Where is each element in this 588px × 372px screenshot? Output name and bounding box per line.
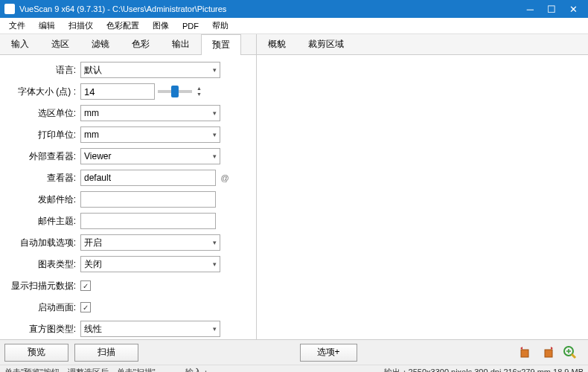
left-pane: 输入选区滤镜色彩输出预置 语言: 默认▾ 字体大小 (点) : ▲▼ 选区单位:	[0, 34, 257, 339]
autoload-dropdown[interactable]: 开启▾	[80, 234, 220, 251]
menubar: 文件编辑扫描仪色彩配置图像PDF帮助	[0, 18, 588, 34]
tab-滤镜[interactable]: 滤镜	[80, 33, 121, 54]
titlebar: VueScan 9 x64 (9.7.31) - C:\Users\Admini…	[0, 0, 588, 18]
rotate-left-icon[interactable]	[518, 345, 533, 360]
slider-thumb[interactable]	[171, 86, 179, 97]
scanmeta-label: 显示扫描元数据:	[3, 280, 80, 292]
svg-rect-0	[521, 350, 528, 357]
right-pane: 概貌裁剪区域	[257, 34, 588, 339]
menu-item[interactable]: 扫描仪	[63, 19, 99, 33]
chevron-down-icon: ▾	[213, 325, 217, 333]
mailsubject-input[interactable]	[80, 213, 216, 229]
language-dropdown[interactable]: 默认▾	[80, 62, 220, 78]
extviewer-label: 外部查看器:	[3, 150, 80, 163]
histtype-dropdown[interactable]: 线性▾	[80, 321, 220, 337]
fontsize-label: 字体大小 (点) :	[3, 86, 80, 98]
chevron-down-icon: ▾	[213, 153, 217, 160]
charttype-dropdown[interactable]: 关闭▾	[80, 256, 220, 272]
autoload-label: 自动加载选项:	[3, 237, 80, 249]
options-button[interactable]: 选项+	[300, 344, 357, 362]
tab-概貌[interactable]: 概貌	[257, 33, 297, 54]
maximize-button[interactable]: ☐	[547, 4, 556, 15]
status-input-label: 输入：	[185, 367, 210, 372]
mailsubject-label: 邮件主题:	[3, 215, 80, 228]
rotate-right-icon[interactable]	[540, 345, 555, 360]
quadunit-dropdown[interactable]: mm▾	[80, 105, 220, 121]
svg-rect-1	[545, 350, 552, 357]
fontsize-input[interactable]	[80, 83, 155, 100]
statusbar: 单击"预览"按钮，调整选区后，单击"扫描" 输入： 输出：2550x3300 p…	[0, 365, 588, 372]
settings-form: 语言: 默认▾ 字体大小 (点) : ▲▼ 选区单位: mm▾ 打印单位:	[0, 55, 256, 339]
chevron-down-icon: ▾	[213, 66, 217, 74]
status-hint: 单击"预览"按钮，调整选区后，单击"扫描"	[4, 367, 156, 372]
tab-输入[interactable]: 输入	[0, 33, 40, 54]
printunit-label: 打印单位:	[3, 129, 80, 141]
quadunit-label: 选区单位:	[3, 107, 80, 120]
preview-button[interactable]: 预览	[4, 344, 68, 362]
chevron-down-icon: ▾	[213, 260, 217, 268]
close-button[interactable]: ✕	[569, 4, 578, 15]
app-icon	[4, 4, 15, 14]
bottom-bar: 预览 扫描 选项+	[0, 339, 588, 365]
minimize-button[interactable]: ─	[527, 4, 534, 15]
chevron-down-icon: ▾	[213, 239, 217, 246]
tab-裁剪区域[interactable]: 裁剪区域	[297, 33, 355, 54]
tab-色彩[interactable]: 色彩	[121, 33, 161, 54]
preview-area	[257, 55, 588, 339]
mailto-input[interactable]	[80, 191, 216, 208]
window-controls: ─ ☐ ✕	[527, 4, 584, 15]
mailto-label: 发邮件给:	[3, 193, 80, 206]
left-tabs: 输入选区滤镜色彩输出预置	[0, 34, 256, 55]
splash-label: 启动画面:	[3, 301, 80, 314]
tab-选区[interactable]: 选区	[40, 33, 80, 54]
scanmeta-checkbox[interactable]: ✓	[80, 280, 91, 291]
viewer-input[interactable]	[80, 170, 216, 186]
viewer-label: 查看器:	[3, 172, 80, 185]
right-tabs: 概貌裁剪区域	[257, 34, 588, 55]
histtype-label: 直方图类型:	[3, 323, 80, 336]
zoom-icon[interactable]	[563, 345, 578, 360]
fontsize-slider[interactable]	[158, 90, 192, 93]
browse-icon[interactable]: @	[219, 172, 231, 184]
svg-line-3	[572, 354, 575, 358]
menu-item[interactable]: 帮助	[206, 19, 234, 33]
menu-item[interactable]: 编辑	[33, 19, 61, 33]
menu-item[interactable]: 图像	[147, 19, 175, 33]
chevron-down-icon: ▾	[213, 109, 217, 117]
scan-button[interactable]: 扫描	[74, 344, 138, 362]
menu-item[interactable]: 色彩配置	[100, 19, 145, 33]
status-output: 输出：2550x3300 pixels 300 dpi 216x279 mm 1…	[384, 367, 584, 372]
charttype-label: 图表类型:	[3, 258, 80, 271]
tab-输出[interactable]: 输出	[161, 33, 201, 54]
extviewer-dropdown[interactable]: Viewer▾	[80, 148, 220, 164]
menu-item[interactable]: PDF	[176, 20, 205, 32]
printunit-dropdown[interactable]: mm▾	[80, 126, 220, 143]
language-label: 语言:	[3, 64, 80, 77]
splash-checkbox[interactable]: ✓	[80, 302, 91, 312]
fontsize-stepper[interactable]: ▲▼	[196, 86, 202, 97]
titlebar-text: VueScan 9 x64 (9.7.31) - C:\Users\Admini…	[19, 4, 527, 13]
chevron-down-icon: ▾	[213, 131, 217, 138]
menu-item[interactable]: 文件	[3, 19, 31, 33]
tab-预置[interactable]: 预置	[201, 34, 241, 55]
